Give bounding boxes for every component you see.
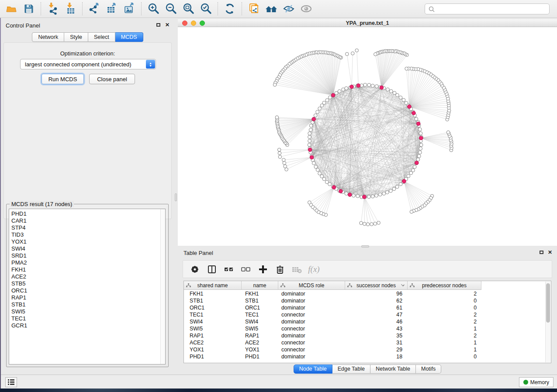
delete-table-icon[interactable] [290,262,304,276]
show-column-icon[interactable] [204,262,219,276]
zoom-out-icon[interactable] [162,1,180,17]
column-header[interactable]: MCDS role [278,281,345,289]
tab-select[interactable]: Select [88,32,115,42]
table-toolbar: f(x) [183,260,552,278]
list-item[interactable]: SWI4 [11,245,165,252]
mcds-result-group: MCDS result (17 nodes) PHD1CAR1STP4TID3Y… [6,204,169,367]
table-tab-edge-table[interactable]: Edge Table [332,364,370,374]
split-handle-vertical[interactable] [175,193,177,201]
memory-button[interactable]: Memory [519,377,554,387]
table-scrollbar[interactable] [545,282,550,362]
tab-mcds[interactable]: MCDS [115,32,143,42]
split-handle-horizontal[interactable] [361,245,369,248]
table-tab-node-table[interactable]: Node Table [294,364,332,374]
control-panel: Control Panel ✕ Network Style Select MCD… [0,19,175,375]
close-panel-icon[interactable]: ✕ [165,22,170,28]
window-minimize-icon[interactable] [191,21,196,26]
add-column-icon[interactable] [256,262,270,276]
control-panel-tabs: Network Style Select MCDS [0,32,175,42]
float-panel-icon[interactable] [156,23,160,27]
list-item[interactable]: FKH1 [11,266,165,273]
table-panel: Table Panel ✕ [178,247,557,375]
app-window: Control Panel ✕ Network Style Select MCD… [0,0,557,389]
table-settings-icon[interactable] [187,262,202,276]
show-all-icon[interactable] [298,1,315,17]
table-row[interactable]: STB1STB1dominator620 [184,297,481,304]
clone-network-icon[interactable] [245,1,263,17]
column-header[interactable]: predecessor nodes [408,281,481,289]
table-row[interactable]: ORC1ORC1dominator610 [184,304,481,311]
status-bar: Memory [0,375,557,389]
column-header[interactable]: shared name [184,281,242,289]
table-float-icon[interactable] [540,251,543,254]
import-network-icon[interactable] [44,1,62,17]
tab-network[interactable]: Network [32,32,64,42]
network-title: YPA_prune.txt_1 [178,19,557,27]
mcds-result-list[interactable]: PHD1CAR1STP4TID3YOX1SWI4SRD1PMA2FKH1ACE2… [9,209,166,364]
open-file-icon[interactable] [3,1,20,17]
list-item[interactable]: SWI5 [11,308,165,315]
network-view-window: YPA_prune.txt_1 [178,19,557,246]
export-table-icon[interactable] [103,1,121,17]
list-item[interactable]: TID3 [11,231,165,238]
run-mcds-button[interactable]: Run MCDS [42,74,84,84]
zoom-in-icon[interactable] [145,1,162,17]
table-close-icon[interactable]: ✕ [548,249,552,255]
optimization-criterion-label: Optimization criterion: [4,50,171,57]
table-row[interactable]: PHD1PHD1dominator180 [184,353,481,360]
export-image-icon[interactable] [121,1,138,17]
window-maximize-icon[interactable] [200,21,205,26]
network-graph[interactable] [178,27,556,245]
table-tab-motifs[interactable]: Motifs [416,364,441,374]
list-item[interactable]: STP4 [11,224,165,231]
close-panel-button[interactable]: Close panel [89,74,135,84]
list-item[interactable]: GCR1 [11,322,165,329]
table-row[interactable]: ACE2ACE2connector311 [184,339,481,346]
save-session-icon[interactable] [20,1,38,17]
list-item[interactable]: SRD1 [11,252,165,259]
mcds-result-title: MCDS result (17 nodes) [10,201,74,207]
list-item[interactable]: STB1 [11,301,165,308]
column-header[interactable]: name [242,281,278,289]
table-tab-network-table[interactable]: Network Table [370,364,416,374]
window-close-icon[interactable] [182,21,187,26]
tab-style[interactable]: Style [64,32,88,42]
zoom-fit-icon[interactable] [180,1,197,17]
list-item[interactable]: TEC1 [11,315,165,322]
node-table: shared namenameMCDS rolesuccessor nodesp… [183,281,551,363]
criterion-select[interactable]: largest connected component (undirected)… [20,59,156,69]
task-history-button[interactable] [5,377,17,387]
list-item[interactable]: PHD1 [11,210,165,217]
function-builder-icon: f(x) [307,262,321,276]
table-row[interactable]: SWI5SWI5connector431 [184,325,481,332]
unselect-all-icon[interactable] [239,262,253,276]
list-item[interactable]: RAP1 [11,294,165,301]
table-row[interactable]: YOX1YOX1connector291 [184,346,481,353]
hide-selected-icon[interactable] [280,1,298,17]
table-row[interactable]: FKH1FKH1dominator962 [184,290,481,297]
refresh-layout-icon[interactable] [221,1,239,17]
search-input[interactable] [425,3,550,14]
list-item[interactable]: ACE2 [11,273,165,280]
table-row[interactable]: SWI4SWI4dominator462 [184,318,481,325]
go-home-icon[interactable] [263,1,280,17]
select-all-icon[interactable] [221,262,236,276]
column-header[interactable]: successor nodes [345,281,408,289]
delete-column-icon[interactable] [273,262,287,276]
desktop-edge [0,18,1,389]
table-panel-title: Table Panel [178,247,557,256]
list-item[interactable]: STB5 [11,280,165,287]
table-row[interactable]: TEC1TEC1connector472 [184,311,481,318]
list-scrollbar[interactable] [160,209,165,364]
table-row[interactable]: RAP1RAP1dominator352 [184,332,481,339]
mcds-options-panel: Optimization criterion: largest connecte… [3,42,172,219]
list-item[interactable]: CAR1 [11,217,165,224]
list-item[interactable]: ORC1 [11,287,165,294]
list-item[interactable]: PMA2 [11,259,165,266]
import-table-icon[interactable] [62,1,79,17]
export-network-icon[interactable] [86,1,103,17]
list-item[interactable]: YOX1 [11,238,165,245]
zoom-selected-icon[interactable] [197,1,214,17]
main-toolbar [0,0,557,18]
select-stepper-icon: ▲▼ [146,60,155,69]
